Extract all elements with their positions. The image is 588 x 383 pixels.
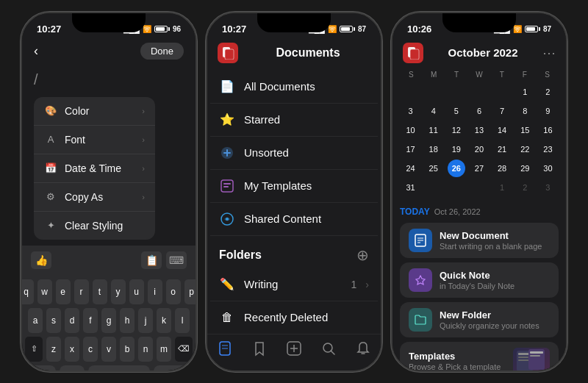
cal-day-30[interactable]: 30 <box>539 160 556 177</box>
sidebar-item-writing[interactable]: ✏️ Writing 1 › <box>210 268 378 301</box>
cal-day-29[interactable]: 29 <box>516 160 534 177</box>
bottom-nav <box>207 334 381 370</box>
nav-search[interactable] <box>320 340 337 357</box>
cal-day-8[interactable]: 8 <box>516 102 534 120</box>
menu-item-copyas[interactable]: ⚙ Copy As › <box>34 183 155 212</box>
key-y[interactable]: y <box>111 279 126 304</box>
key-k[interactable]: k <box>157 308 171 333</box>
key-r[interactable]: r <box>74 279 89 304</box>
nav-docs[interactable] <box>217 340 233 357</box>
cal-day-25[interactable]: 25 <box>425 160 442 177</box>
app-icon-middle <box>218 43 238 63</box>
cal-day-26-today[interactable]: 26 <box>448 160 465 177</box>
key-q[interactable]: q <box>22 279 34 304</box>
key-x[interactable]: x <box>65 337 79 362</box>
key-return[interactable]: return <box>154 365 190 371</box>
cal-day-22[interactable]: 22 <box>516 140 534 158</box>
key-delete[interactable]: ⌫ <box>175 337 193 362</box>
cursor-line[interactable]: / <box>34 71 184 88</box>
menu-item-font[interactable]: A Font › <box>34 126 155 154</box>
key-a[interactable]: a <box>28 308 43 333</box>
action-quick-note[interactable]: Quick Note in Today's Daily Note <box>400 262 559 298</box>
cal-day-15[interactable]: 15 <box>516 121 534 139</box>
sidebar-item-starred[interactable]: ⭐ Starred <box>210 104 378 137</box>
key-123[interactable]: 123 <box>28 365 56 371</box>
key-i[interactable]: i <box>148 279 162 304</box>
cal-day-13[interactable]: 13 <box>470 121 488 139</box>
action-new-document[interactable]: New Document Start writing on a blank pa… <box>400 223 559 258</box>
cal-day-3[interactable]: 3 <box>402 102 420 120</box>
cal-day-20[interactable]: 20 <box>470 140 488 158</box>
shared-content-label: Shared Content <box>244 212 369 225</box>
key-l[interactable]: l <box>175 308 190 333</box>
cal-day-27[interactable]: 27 <box>470 160 488 177</box>
cal-day-5[interactable]: 5 <box>448 102 465 120</box>
cal-day-28[interactable]: 28 <box>493 160 511 177</box>
add-folder-button[interactable]: ⊕ <box>356 246 369 264</box>
key-d[interactable]: d <box>65 308 79 333</box>
key-v[interactable]: v <box>101 337 116 362</box>
key-f[interactable]: f <box>83 308 98 333</box>
key-p[interactable]: p <box>184 279 196 304</box>
nav-add[interactable] <box>286 340 302 357</box>
cal-day-4[interactable]: 4 <box>425 102 442 120</box>
done-button[interactable]: Done <box>140 43 184 60</box>
cal-day-16[interactable]: 16 <box>539 121 556 139</box>
cal-day-18[interactable]: 18 <box>425 140 442 158</box>
menu-item-color[interactable]: 🎨 Color › <box>34 97 155 126</box>
key-shift[interactable]: ⇧ <box>25 337 43 362</box>
keyboard-icon[interactable]: ⌨ <box>166 251 187 269</box>
key-o[interactable]: o <box>166 279 181 304</box>
cal-day-10[interactable]: 10 <box>402 121 420 139</box>
cal-day-31[interactable]: 31 <box>402 179 420 196</box>
copy-icon[interactable]: 📋 <box>141 251 162 269</box>
key-g[interactable]: g <box>101 308 116 333</box>
key-emoji[interactable]: 😊 <box>60 365 85 371</box>
cal-day-next-2 <box>448 179 465 196</box>
action-new-folder[interactable]: New Folder Quickly organize your notes <box>400 302 559 337</box>
cal-day-2[interactable]: 2 <box>539 83 556 101</box>
key-h[interactable]: h <box>120 308 135 333</box>
nav-notifications[interactable] <box>355 340 371 357</box>
calendar-more-button[interactable]: ⋯ <box>542 45 556 61</box>
nav-bookmarks[interactable] <box>251 340 268 357</box>
key-b[interactable]: b <box>120 337 135 362</box>
key-s[interactable]: s <box>46 308 61 333</box>
cal-day-24[interactable]: 24 <box>402 160 420 177</box>
back-button[interactable]: ‹ <box>34 43 38 59</box>
cal-day-1[interactable]: 1 <box>516 83 534 101</box>
thumbsup-icon[interactable]: 👍 <box>31 251 51 269</box>
key-c[interactable]: c <box>83 337 98 362</box>
key-u[interactable]: u <box>129 279 144 304</box>
action-templates[interactable]: Templates Browse & Pick a template <box>400 342 559 371</box>
sidebar-item-shared-content[interactable]: Shared Content <box>210 203 378 236</box>
cal-day-9[interactable]: 9 <box>539 102 556 120</box>
key-z[interactable]: z <box>46 337 61 362</box>
key-n[interactable]: n <box>138 337 153 362</box>
calendar-days: · · · · · 1 2 3 4 5 6 7 8 9 <box>400 83 559 196</box>
key-space[interactable]: space <box>88 365 150 371</box>
key-j[interactable]: j <box>138 308 153 333</box>
calendar-month-title: October 2022 <box>431 46 535 59</box>
menu-item-datetime[interactable]: 📅 Date & Time › <box>34 154 155 183</box>
svg-rect-5 <box>223 186 229 187</box>
cal-day-19[interactable]: 19 <box>448 140 465 158</box>
cal-day-17[interactable]: 17 <box>402 140 420 158</box>
cal-day-14[interactable]: 14 <box>493 121 511 139</box>
cal-day-21[interactable]: 21 <box>493 140 511 158</box>
sidebar-item-deleted[interactable]: 🗑 Recently Deleted <box>210 301 378 334</box>
menu-item-clear[interactable]: ✦ Clear Styling <box>34 212 155 240</box>
key-m[interactable]: m <box>157 337 171 362</box>
key-t[interactable]: t <box>93 279 107 304</box>
cal-day-7[interactable]: 7 <box>493 102 511 120</box>
sidebar-item-my-templates[interactable]: My Templates <box>210 170 378 203</box>
weekday-t2: T <box>490 69 513 80</box>
key-w[interactable]: w <box>37 279 52 304</box>
key-e[interactable]: e <box>56 279 71 304</box>
cal-day-6[interactable]: 6 <box>470 102 488 120</box>
cal-day-11[interactable]: 11 <box>425 121 442 139</box>
cal-day-23[interactable]: 23 <box>539 140 556 158</box>
sidebar-item-all-docs[interactable]: 📄 All Documents <box>210 71 378 104</box>
cal-day-12[interactable]: 12 <box>448 121 465 139</box>
sidebar-item-unsorted[interactable]: Unsorted <box>210 137 378 170</box>
